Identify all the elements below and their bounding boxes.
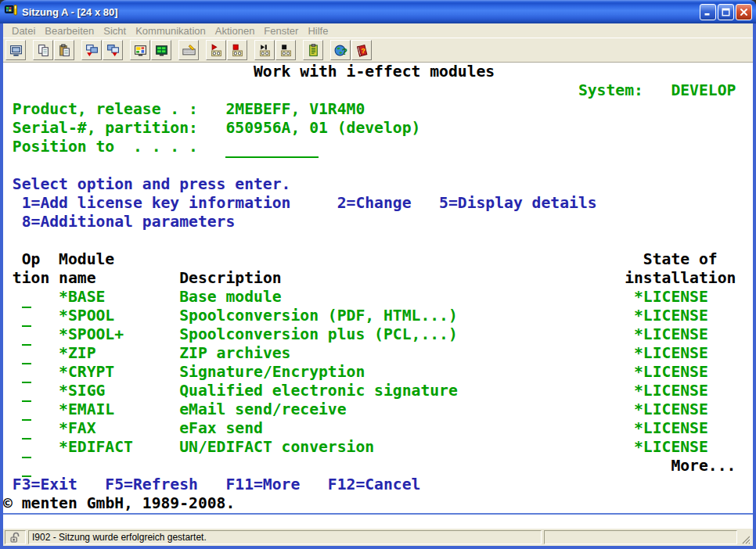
- position-to-label: Position to . . . .: [13, 138, 198, 156]
- terminal-row-24: © menten GmbH, 1989-2008.: [3, 494, 753, 513]
- terminal-text: eMail send/receive: [179, 400, 346, 419]
- minimize-button[interactable]: [700, 4, 716, 20]
- session-screen: Work with i-effect modulesSystem:DEVELOP…: [3, 63, 753, 529]
- system-value: DEVELOP: [671, 81, 736, 100]
- menu-bar: DateiBearbeitenSichtKommunikationAktione…: [3, 23, 753, 38]
- record-macro-button[interactable]: [206, 40, 226, 60]
- window-title: Sitzung A - [24 x 80]: [22, 6, 698, 18]
- col-header-module: name: [59, 269, 95, 288]
- keyboard-setup-button[interactable]: [178, 40, 199, 60]
- position-to-input[interactable]: __________: [225, 138, 319, 158]
- status-panel-secondary: [544, 530, 737, 544]
- option-legend-2: 8=Additional parameters: [22, 213, 236, 231]
- option-input[interactable]: _: [22, 307, 31, 327]
- col-header-description: Description: [179, 269, 281, 288]
- receive-file-button[interactable]: [103, 40, 123, 60]
- terminal-text: *SIGG: [59, 382, 105, 400]
- help-icon: ?: [355, 44, 369, 57]
- new-session-icon: [9, 44, 23, 57]
- menu-item-hilfe[interactable]: Hilfe: [303, 25, 333, 37]
- resize-grip[interactable]: [740, 530, 751, 544]
- option-input[interactable]: _: [22, 400, 31, 421]
- terminal-text: *LICENSE: [634, 307, 708, 325]
- serial-value: 650956A, 01 (develop): [225, 119, 420, 138]
- status-message: I902 - Sitzung wurde erfolgreich gestart…: [28, 530, 542, 544]
- menu-item-fenster[interactable]: Fenster: [259, 25, 303, 37]
- option-input[interactable]: _: [22, 457, 31, 477]
- screen-title: Work with i-effect modules: [254, 63, 495, 81]
- terminal-text: UN/EDIFACT conversion: [179, 438, 374, 457]
- menu-item-aktionen[interactable]: Aktionen: [211, 25, 260, 37]
- terminal-row-19: _*EMAILeMail send/receive*LICENSE: [3, 400, 753, 419]
- terminal-text: *LICENSE: [634, 400, 708, 419]
- record-stop-icon: [231, 44, 244, 57]
- terminal-row-22: _More...: [3, 457, 753, 475]
- menu-item-kommunikation[interactable]: Kommunikation: [131, 25, 211, 37]
- status-bar: I902 - Sitzung wurde erfolgreich gestart…: [3, 529, 753, 546]
- function-key-legend: F3=Exit F5=Refresh F11=More F12=Cancel: [13, 475, 421, 494]
- option-input[interactable]: _: [22, 344, 31, 364]
- terminal-row-15: _*SPOOL+Spoolconversion plus (PCL,...)*L…: [3, 325, 753, 344]
- option-input[interactable]: _: [22, 288, 31, 308]
- terminal-row-7: Select option and press enter.: [3, 175, 753, 194]
- terminal-text: *LICENSE: [634, 288, 708, 307]
- receive-file-icon: [106, 44, 120, 57]
- copy-button[interactable]: [33, 40, 53, 60]
- select-option-prompt: Select option and press enter.: [13, 175, 291, 194]
- keyboard-setup-icon: [182, 44, 196, 57]
- terminal-text: Qualified electronic signature: [179, 382, 458, 400]
- svg-text:?: ?: [341, 45, 347, 56]
- col-header-state: installation: [625, 269, 736, 288]
- terminal-screen[interactable]: Work with i-effect modulesSystem:DEVELOP…: [3, 63, 753, 513]
- new-session-button[interactable]: [5, 40, 26, 60]
- title-bar: Sitzung A - [24 x 80]: [0, 0, 756, 23]
- terminal-text: *LICENSE: [634, 438, 708, 457]
- terminal-text: Spoolconversion (PDF, HTML...): [179, 307, 458, 325]
- terminal-row-12: tionnameDescriptioninstallation: [3, 269, 753, 288]
- send-file-button[interactable]: [81, 40, 102, 60]
- terminal-row-14: _*SPOOLSpoolconversion (PDF, HTML...)*LI…: [3, 307, 753, 325]
- option-legend-1: 1=Add license key information 2=Change 5…: [22, 194, 597, 213]
- terminal-text: *LICENSE: [634, 344, 708, 363]
- display-setup-icon: [155, 44, 168, 57]
- option-input[interactable]: _: [22, 438, 31, 458]
- terminal-text: *ZIP: [59, 344, 95, 363]
- terminal-text: *LICENSE: [634, 419, 708, 438]
- help-button[interactable]: ?: [351, 40, 372, 60]
- terminal-text: *CRYPT: [59, 363, 114, 382]
- menu-item-sicht[interactable]: Sicht: [99, 25, 131, 37]
- scratchpad-button[interactable]: [303, 40, 323, 60]
- terminal-row-10: [3, 231, 753, 250]
- stop-macro-icon: [279, 44, 293, 57]
- web-support-button[interactable]: ?: [330, 40, 351, 60]
- option-input[interactable]: _: [22, 325, 31, 346]
- terminal-row-1: Work with i-effect modules: [3, 63, 753, 81]
- copyright-line: © menten GmbH, 1989-2008.: [3, 494, 235, 513]
- unlocked-padlock-icon: [9, 532, 21, 544]
- terminal-row-16: _*ZIPZIP archives*LICENSE: [3, 344, 753, 363]
- play-macro-button[interactable]: [254, 40, 275, 60]
- play-macro-icon: [258, 44, 272, 57]
- color-setup-button[interactable]: [130, 40, 150, 60]
- terminal-text: *BASE: [59, 288, 105, 307]
- display-setup-button[interactable]: [151, 40, 171, 60]
- maximize-button[interactable]: [718, 4, 734, 20]
- menu-item-datei[interactable]: Datei: [7, 25, 40, 37]
- terminal-text: *FAX: [59, 419, 95, 438]
- record-stop-button[interactable]: [227, 40, 247, 60]
- close-button[interactable]: [736, 4, 752, 20]
- terminal-session-icon[interactable]: [5, 4, 18, 20]
- option-input[interactable]: _: [22, 419, 31, 440]
- window-content: DateiBearbeitenSichtKommunikationAktione…: [3, 23, 753, 546]
- option-input[interactable]: _: [22, 382, 31, 402]
- paste-button[interactable]: [54, 40, 74, 60]
- terminal-text: Base module: [179, 288, 281, 307]
- terminal-text: *LICENSE: [634, 363, 708, 382]
- terminal-row-8: 1=Add license key information 2=Change 5…: [3, 194, 753, 213]
- terminal-row-3: Product, release . :2MEBEFF, V1R4M0: [3, 100, 753, 119]
- option-input[interactable]: _: [22, 363, 31, 383]
- stop-macro-button[interactable]: [275, 40, 296, 60]
- terminal-row-20: _*FAXeFax send*LICENSE: [3, 419, 753, 438]
- paste-icon: [58, 44, 71, 57]
- menu-item-bearbeiten[interactable]: Bearbeiten: [40, 25, 99, 37]
